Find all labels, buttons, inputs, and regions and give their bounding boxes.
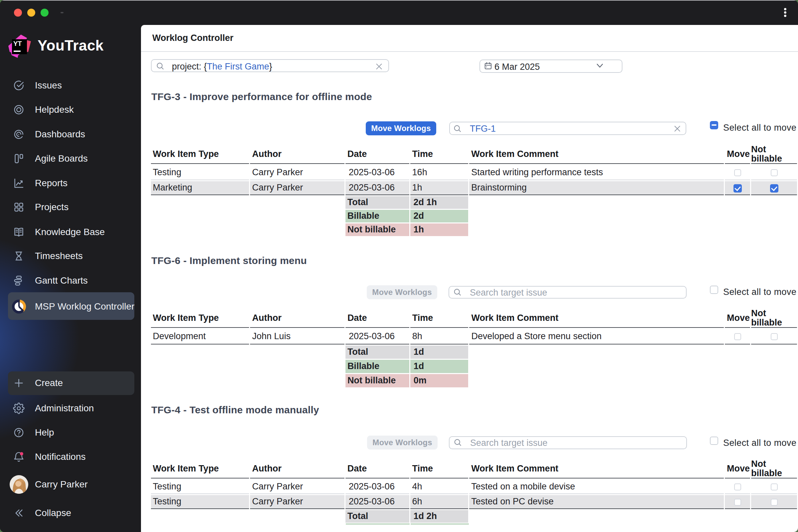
svg-text:YT: YT [13,40,22,47]
